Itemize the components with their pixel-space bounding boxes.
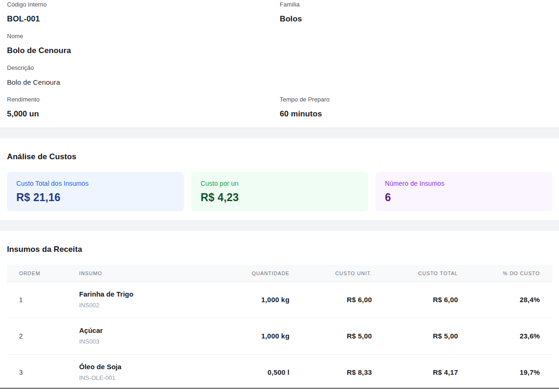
field-tempo-preparo: Tempo de Preparo 60 minutos: [280, 96, 552, 119]
kpi-card-value: R$ 4,23: [201, 191, 359, 204]
field-value: BOL-001: [7, 14, 280, 24]
field-codigo-interno: Código Interno BOL-001: [7, 1, 280, 24]
cost-analysis-title: Análise de Custos: [7, 152, 552, 162]
table-row: 3 Óleo de Soja INS-OLE-001 0,500 l R$ 8,…: [7, 355, 552, 391]
section-divider: [0, 128, 559, 138]
field-value: 5,000 un: [7, 109, 280, 119]
col-header-insumo: INSUMO: [67, 270, 215, 276]
insumo-name: Farinha de Trigo: [79, 290, 215, 299]
kpi-card-label: Número de Insumos: [385, 180, 543, 187]
table-header-row: ORDEM INSUMO QUANTIDADE CUSTO UNIT. CUST…: [7, 265, 552, 282]
cell-pct-custo: 23,6%: [458, 332, 552, 340]
section-divider: [0, 220, 559, 231]
cell-quantidade: 1,000 kg: [215, 296, 290, 304]
cell-quantidade: 1,000 kg: [215, 332, 290, 340]
col-header-quantidade: QUANTIDADE: [215, 270, 290, 276]
field-value: Bolo de Cenoura: [7, 77, 280, 88]
cost-analysis-section: Análise de Custos Custo Total dos Insumo…: [0, 138, 559, 220]
cell-pct-custo: 28,4%: [458, 296, 552, 304]
ingredients-title: Insumos da Receita: [7, 245, 552, 254]
kpi-card-label: Custo Total dos Insumos: [16, 180, 175, 187]
cell-custo-unit: R$ 6,00: [290, 296, 372, 304]
cell-insumo: Açúcar INS003: [67, 326, 215, 346]
kpi-card-value: R$ 21,16: [16, 191, 175, 204]
cell-custo-total: R$ 5,00: [372, 332, 458, 340]
insumo-code: INS002: [79, 301, 215, 310]
cell-pct-custo: 19,7%: [458, 368, 552, 376]
kpi-card-custo-total: Custo Total dos Insumos R$ 21,16: [7, 172, 184, 211]
empty-cell: [280, 64, 552, 96]
cell-custo-total: R$ 6,00: [372, 296, 458, 304]
table-row: 1 Farinha de Trigo INS002 1,000 kg R$ 6,…: [7, 282, 552, 318]
col-header-pct-custo: % DO CUSTO: [458, 270, 552, 276]
cell-ordem: 3: [7, 369, 67, 376]
recipe-details-section: Código Interno BOL-001 Família Bolos Nom…: [0, 0, 559, 128]
insumo-name: Açúcar: [79, 326, 215, 335]
cell-custo-total: R$ 4,17: [372, 368, 458, 376]
field-value: 60 minutos: [280, 109, 552, 119]
field-descricao: Descrição Bolo de Cenoura: [7, 64, 280, 88]
cell-insumo: Farinha de Trigo INS002: [67, 290, 215, 310]
cell-quantidade: 0,500 l: [215, 368, 290, 376]
cell-ordem: 1: [7, 296, 67, 304]
field-label: Família: [280, 1, 552, 8]
table-row: 2 Açúcar INS003 1,000 kg R$ 5,00 R$ 5,00…: [7, 318, 552, 355]
kpi-card-numero-insumos: Número de Insumos 6: [376, 172, 552, 211]
field-value: Bolos: [280, 14, 552, 24]
kpi-card-label: Custo por un: [201, 180, 359, 187]
kpi-cards-row: Custo Total dos Insumos R$ 21,16 Custo p…: [7, 172, 552, 211]
insumo-code: INS-OLE-001: [79, 374, 215, 382]
cell-custo-unit: R$ 8,33: [290, 368, 372, 376]
field-label: Descrição: [7, 64, 280, 72]
insumo-name: Óleo de Soja: [79, 362, 215, 372]
cell-custo-unit: R$ 5,00: [290, 332, 372, 340]
cell-ordem: 2: [7, 332, 67, 340]
empty-cell: [280, 33, 552, 64]
cell-insumo: Óleo de Soja INS-OLE-001: [67, 362, 215, 382]
field-label: Rendimento: [7, 96, 280, 103]
col-header-custo-unit: CUSTO UNIT.: [290, 270, 372, 276]
insumo-code: INS003: [79, 338, 215, 346]
field-label: Código Interno: [7, 1, 280, 8]
field-familia: Família Bolos: [280, 1, 552, 24]
window-bottom-edge: [0, 388, 559, 392]
col-header-ordem: ORDEM: [7, 270, 67, 276]
field-rendimento: Rendimento 5,000 un: [7, 96, 280, 119]
field-label: Nome: [7, 33, 280, 40]
kpi-card-value: 6: [385, 191, 543, 204]
kpi-card-custo-por-un: Custo por un R$ 4,23: [191, 172, 368, 211]
field-label: Tempo de Preparo: [280, 96, 552, 103]
col-header-custo-total: CUSTO TOTAL: [372, 270, 458, 276]
field-value: Bolo de Cenoura: [7, 46, 280, 56]
ingredients-section: Insumos da Receita ORDEM INSUMO QUANTIDA…: [0, 231, 559, 391]
field-nome: Nome Bolo de Cenoura: [7, 33, 280, 56]
recipe-fields-grid: Código Interno BOL-001 Família Bolos Nom…: [7, 1, 552, 128]
